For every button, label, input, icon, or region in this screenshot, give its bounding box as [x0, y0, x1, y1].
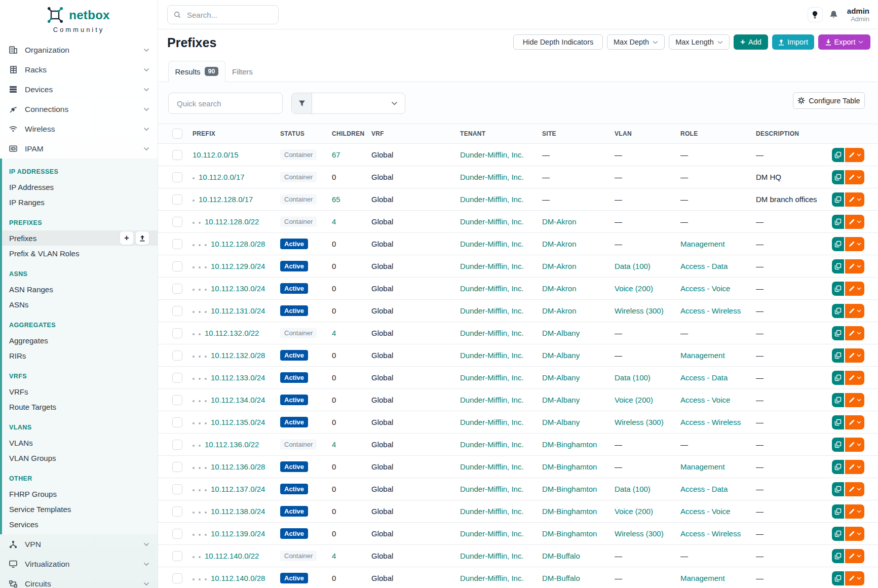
column-header-vlan[interactable]: VLAN [615, 124, 680, 144]
row-checkbox[interactable] [172, 350, 182, 361]
tenant-link[interactable]: Dunder-Mifflin, Inc. [460, 462, 524, 471]
column-header-site[interactable]: SITE [542, 124, 615, 144]
row-checkbox[interactable] [172, 150, 182, 160]
global-search[interactable] [167, 5, 279, 24]
configure-table-button[interactable]: Configure Table [793, 92, 865, 109]
site-link[interactable]: DM-Binghamton [542, 462, 597, 471]
row-checkbox[interactable] [172, 306, 182, 316]
copy-button[interactable] [832, 148, 844, 162]
children-count-link[interactable]: 4 [332, 329, 336, 337]
site-link[interactable]: DM-Binghamton [542, 440, 597, 449]
edit-button[interactable] [845, 282, 864, 296]
row-checkbox[interactable] [172, 284, 182, 294]
site-link[interactable]: DM-Binghamton [542, 485, 597, 493]
role-link[interactable]: Access - Voice [680, 284, 730, 293]
sidebar-item-prefix-vlan-roles[interactable]: Prefix & VLAN Roles [2, 246, 158, 261]
column-header-tenant[interactable]: TENANT [460, 124, 542, 144]
vlan-link[interactable]: Wireless (300) [615, 306, 664, 315]
vlan-link[interactable]: Voice (200) [615, 284, 653, 293]
quick-add-button[interactable]: + [120, 231, 134, 245]
prefix-link[interactable]: 10.112.135.0/24 [211, 418, 265, 426]
prefix-link[interactable]: 10.112.128.0/17 [199, 195, 253, 204]
copy-button[interactable] [832, 348, 844, 363]
edit-button[interactable] [845, 460, 864, 474]
role-link[interactable]: Access - Wireless [680, 418, 741, 426]
edit-button[interactable] [845, 393, 864, 407]
max-depth-dropdown[interactable]: Max Depth [607, 34, 665, 50]
prefix-link[interactable]: 10.112.138.0/24 [211, 507, 265, 516]
sidebar-item-service-templates[interactable]: Service Templates [2, 501, 158, 517]
prefix-link[interactable]: 10.112.0.0/17 [199, 173, 245, 181]
tenant-link[interactable]: Dunder-Mifflin, Inc. [460, 217, 524, 226]
site-link[interactable]: DM-Albany [542, 329, 580, 337]
sidebar-item-vlan-groups[interactable]: VLAN Groups [2, 450, 158, 465]
row-checkbox[interactable] [172, 328, 182, 338]
site-link[interactable]: DM-Albany [542, 373, 580, 382]
netbox-logo[interactable]: netbox [0, 0, 158, 24]
vlan-link[interactable]: Voice (200) [615, 396, 653, 404]
edit-button[interactable] [845, 438, 864, 452]
tenant-link[interactable]: Dunder-Mifflin, Inc. [460, 284, 524, 293]
copy-button[interactable] [832, 304, 844, 318]
copy-button[interactable] [832, 215, 844, 229]
theme-toggle-button[interactable] [808, 7, 823, 22]
select-all-checkbox[interactable] [172, 129, 182, 139]
row-checkbox[interactable] [172, 484, 182, 494]
tenant-link[interactable]: Dunder-Mifflin, Inc. [460, 173, 524, 181]
sidebar-item-rirs[interactable]: RIRs [2, 348, 158, 363]
children-count-link[interactable]: 67 [332, 150, 340, 159]
tenant-link[interactable]: Dunder-Mifflin, Inc. [460, 396, 524, 404]
sidebar-item-ip-ranges[interactable]: IP Ranges [2, 194, 158, 210]
filter-button[interactable] [292, 93, 312, 113]
sidebar-item-services[interactable]: Services [2, 517, 158, 532]
prefix-link[interactable]: 10.112.136.0/28 [211, 462, 265, 471]
copy-button[interactable] [832, 504, 844, 519]
tenant-link[interactable]: Dunder-Mifflin, Inc. [460, 507, 524, 516]
export-dropdown[interactable]: Export [818, 34, 870, 50]
prefix-link[interactable]: 10.112.140.0/28 [211, 574, 265, 582]
prefix-link[interactable]: 10.112.140.0/22 [205, 552, 259, 560]
role-link[interactable]: Management [680, 462, 725, 471]
sidebar-item-vlans[interactable]: VLANs [2, 435, 158, 450]
edit-button[interactable] [845, 215, 864, 229]
row-checkbox[interactable] [172, 217, 182, 227]
site-link[interactable]: DM-Albany [542, 396, 580, 404]
copy-button[interactable] [832, 438, 844, 452]
edit-button[interactable] [845, 192, 864, 207]
edit-button[interactable] [845, 504, 864, 519]
sidebar-item-ip-addresses[interactable]: IP Addresses [2, 179, 158, 194]
prefix-link[interactable]: 10.112.136.0/22 [205, 440, 259, 449]
row-checkbox[interactable] [172, 395, 182, 405]
column-header-status[interactable]: STATUS [280, 124, 332, 144]
hide-depth-indicators-button[interactable]: Hide Depth Indicators [513, 34, 603, 50]
saved-filter-select[interactable] [312, 93, 405, 113]
vlan-link[interactable]: Data (100) [615, 262, 651, 270]
tenant-link[interactable]: Dunder-Mifflin, Inc. [460, 418, 524, 426]
sidebar-item-organization[interactable]: Organization [0, 40, 158, 60]
copy-button[interactable] [832, 460, 844, 474]
copy-button[interactable] [832, 571, 844, 585]
quick-import-button[interactable] [135, 231, 149, 245]
sidebar-item-circuits[interactable]: Circuits [0, 574, 158, 588]
edit-button[interactable] [845, 549, 864, 563]
tenant-link[interactable]: Dunder-Mifflin, Inc. [460, 306, 524, 315]
site-link[interactable]: DM-Akron [542, 240, 577, 248]
quick-search-input[interactable] [176, 99, 275, 108]
prefix-link[interactable]: 10.112.134.0/24 [211, 396, 265, 404]
copy-button[interactable] [832, 482, 844, 496]
edit-button[interactable] [845, 571, 864, 585]
edit-button[interactable] [845, 148, 864, 162]
notifications-button[interactable] [828, 10, 840, 19]
row-checkbox[interactable] [172, 373, 182, 383]
site-link[interactable]: DM-Akron [542, 284, 577, 293]
tenant-link[interactable]: Dunder-Mifflin, Inc. [460, 440, 524, 449]
sidebar-item-racks[interactable]: Racks [0, 60, 158, 80]
children-count-link[interactable]: 4 [332, 552, 336, 560]
row-checkbox[interactable] [172, 172, 182, 182]
edit-button[interactable] [845, 237, 864, 251]
prefix-link[interactable]: 10.112.129.0/24 [211, 262, 265, 270]
children-count-link[interactable]: 65 [332, 195, 340, 204]
edit-button[interactable] [845, 527, 864, 541]
tenant-link[interactable]: Dunder-Mifflin, Inc. [460, 240, 524, 248]
role-link[interactable]: Access - Wireless [680, 529, 741, 538]
